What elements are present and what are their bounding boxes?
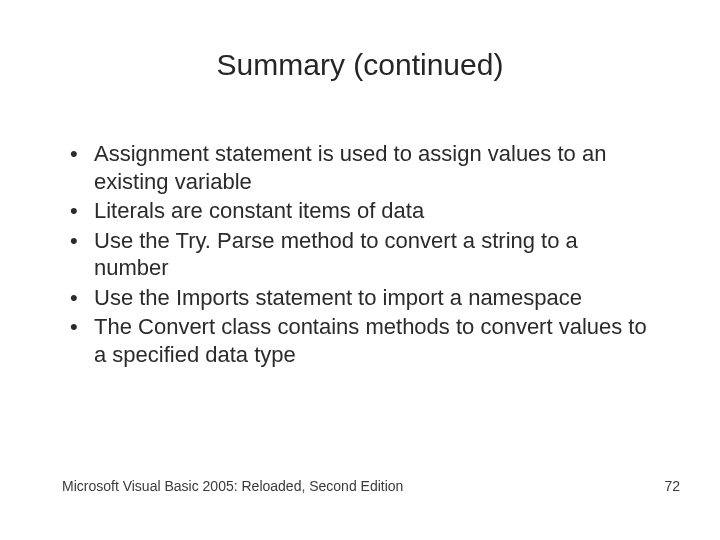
footer-page-number: 72: [664, 478, 680, 494]
footer-source: Microsoft Visual Basic 2005: Reloaded, S…: [62, 478, 403, 494]
bullet-list: Assignment statement is used to assign v…: [62, 140, 658, 368]
bullet-item: The Convert class contains methods to co…: [62, 313, 658, 368]
slide-title: Summary (continued): [0, 48, 720, 82]
slide-body: Assignment statement is used to assign v…: [62, 140, 658, 370]
bullet-item: Assignment statement is used to assign v…: [62, 140, 658, 195]
bullet-item: Use the Try. Parse method to convert a s…: [62, 227, 658, 282]
slide: Summary (continued) Assignment statement…: [0, 0, 720, 540]
bullet-item: Use the Imports statement to import a na…: [62, 284, 658, 312]
bullet-item: Literals are constant items of data: [62, 197, 658, 225]
